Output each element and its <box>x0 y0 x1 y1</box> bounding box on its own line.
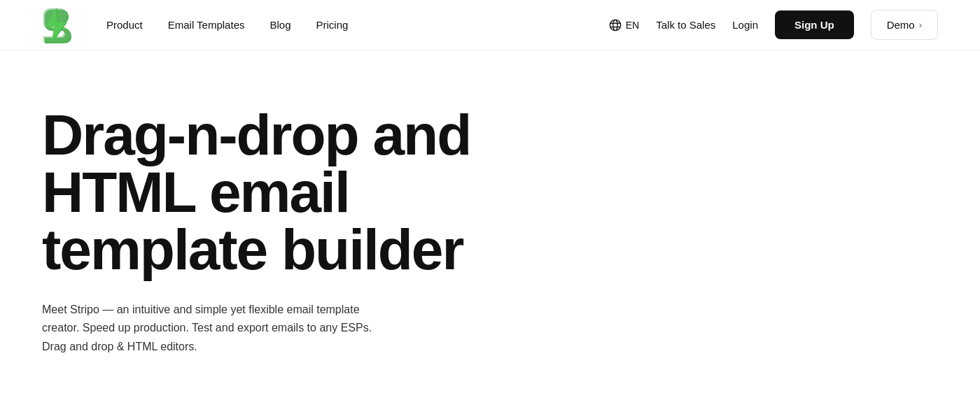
language-selector[interactable]: EN <box>609 19 639 31</box>
navbar: Product Email Templates Blog Pricing EN … <box>0 0 980 50</box>
nav-left: Product Email Templates Blog Pricing <box>42 7 348 43</box>
hero-subtitle: Meet Stripo — an intuitive and simple ye… <box>42 301 378 356</box>
svg-point-1 <box>613 20 617 30</box>
demo-label: Demo <box>887 19 915 31</box>
nav-item-pricing[interactable]: Pricing <box>316 19 349 31</box>
nav-link-product[interactable]: Product <box>106 19 143 31</box>
login-link[interactable]: Login <box>732 19 758 31</box>
chevron-right-icon: › <box>919 20 922 30</box>
nav-right: EN Talk to Sales Login Sign Up Demo › <box>609 10 938 40</box>
logo[interactable] <box>42 7 71 43</box>
nav-link-pricing[interactable]: Pricing <box>316 19 349 31</box>
nav-link-email-templates[interactable]: Email Templates <box>168 19 245 31</box>
talk-to-sales-link[interactable]: Talk to Sales <box>656 19 715 31</box>
demo-button[interactable]: Demo › <box>871 10 938 40</box>
globe-icon <box>609 19 622 31</box>
hero-title: Drag-n-drop and HTML email template buil… <box>42 106 490 278</box>
nav-links: Product Email Templates Blog Pricing <box>106 19 348 31</box>
logo-icon <box>42 7 71 43</box>
nav-item-product[interactable]: Product <box>106 19 143 31</box>
svg-point-0 <box>610 20 620 30</box>
signup-button[interactable]: Sign Up <box>775 10 854 39</box>
nav-link-blog[interactable]: Blog <box>270 19 290 31</box>
language-label: EN <box>626 20 639 31</box>
nav-item-blog[interactable]: Blog <box>270 19 290 31</box>
hero-section: Drag-n-drop and HTML email template buil… <box>0 50 532 398</box>
nav-item-email-templates[interactable]: Email Templates <box>168 19 245 31</box>
